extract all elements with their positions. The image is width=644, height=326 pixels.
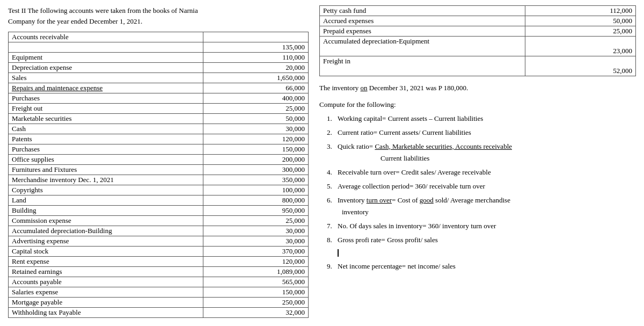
row-value: 200,000 bbox=[203, 155, 309, 165]
row-value: 25,000 bbox=[525, 26, 635, 37]
row-label: Furnitures and Fixtures bbox=[9, 165, 203, 175]
row-label: Merchandise inventory Dec. 1, 2021 bbox=[9, 175, 203, 185]
row-value: 950,000 bbox=[203, 206, 309, 216]
table-row: Prepaid expenses 25,000 bbox=[320, 26, 636, 37]
compute-item-9: 9. Net income percentage= net income/ sa… bbox=[319, 260, 636, 272]
compute-item-3: 3. Quick ratio= Cash, Marketable securit… bbox=[319, 141, 636, 164]
compute-num-9: 9. bbox=[327, 260, 338, 272]
compute-item-2: 2. Current ratio= Current assets/ Curren… bbox=[319, 127, 636, 139]
row-label: Freight in bbox=[320, 56, 525, 67]
compute-item-5: 5. Average collection period= 360/ recei… bbox=[319, 180, 636, 192]
row-value: 20,000 bbox=[203, 63, 309, 73]
table-row: Accumulated depreciation-Building 30,000 bbox=[9, 226, 309, 236]
inventory-note: The inventory on December 31, 2021 was P… bbox=[319, 83, 636, 93]
accounts-table: Accounts receivable 135,000 Equipment 11… bbox=[8, 32, 309, 318]
table-row: 52,000 bbox=[320, 66, 636, 76]
compute-text-9: Net income percentage= net income/ sales bbox=[338, 260, 636, 272]
table-row: 135,000 bbox=[9, 42, 309, 53]
left-panel: Test II The following accounts were take… bbox=[8, 5, 309, 321]
row-value: 150,000 bbox=[203, 287, 309, 298]
table-row: Accrued expenses 50,000 bbox=[320, 16, 636, 26]
table-row: Accounts payable 565,000 bbox=[9, 277, 309, 287]
row-label: Depreciation expense bbox=[9, 63, 203, 73]
table-row: Merchandise inventory Dec. 1, 2021 350,0… bbox=[9, 175, 309, 185]
compute-item-6: 6. Inventory turn over= Cost of good sol… bbox=[319, 194, 636, 218]
row-label: Petty cash fund bbox=[320, 6, 525, 16]
compute-item-4: 4. Receivable turn over= Credit sales/ A… bbox=[319, 166, 636, 178]
intro-line2: Company for the year ended December 1, 2… bbox=[8, 17, 142, 25]
compute-text-2: Current ratio= Current assets/ Current l… bbox=[338, 127, 636, 139]
table-row: Retained earnings 1,089,000 bbox=[9, 267, 309, 277]
inventory-on-text: on bbox=[361, 84, 368, 92]
row-label: Marketable securities bbox=[9, 114, 203, 124]
row-label: Sales bbox=[9, 73, 203, 83]
table-row: Mortgage payable 250,000 bbox=[9, 298, 309, 308]
compute-text-1: Working capital= Current assets – Curren… bbox=[338, 113, 636, 125]
row-label: Accumulated depreciation-Equipment bbox=[320, 37, 525, 47]
row-value: 32,000 bbox=[203, 308, 309, 318]
page: Test II The following accounts were take… bbox=[0, 0, 644, 326]
row-value: 23,000 bbox=[525, 46, 635, 56]
table-row: Petty cash fund 112,000 bbox=[320, 6, 636, 16]
row-label: Retained earnings bbox=[9, 267, 203, 277]
row-value: 52,000 bbox=[525, 66, 635, 76]
table-row: Patents 120,000 bbox=[9, 134, 309, 144]
table-row: Accumulated depreciation-Equipment bbox=[320, 37, 636, 47]
row-value: 120,000 bbox=[203, 257, 309, 267]
row-label: Commission expense bbox=[9, 216, 203, 226]
table-row: Salaries expense 150,000 bbox=[9, 287, 309, 298]
table-row: Repairs and maintenace expense 66,000 bbox=[9, 83, 309, 93]
row-value: 66,000 bbox=[203, 83, 309, 93]
row-value: 800,000 bbox=[203, 195, 309, 206]
row-label: Mortgage payable bbox=[9, 298, 203, 308]
row-value: 150,000 bbox=[203, 144, 309, 155]
table-row: Freight in bbox=[320, 56, 636, 67]
row-value: 25,000 bbox=[203, 216, 309, 226]
compute-item-8: 8. Gross profi rate= Gross profit/ sales bbox=[319, 234, 636, 258]
row-value: 400,000 bbox=[203, 93, 309, 104]
row-label bbox=[320, 66, 525, 76]
table-header-label: Accounts receivable bbox=[9, 32, 203, 42]
table-row: Purchases 150,000 bbox=[9, 144, 309, 155]
row-label: Purchases bbox=[9, 93, 203, 104]
row-label: Building bbox=[9, 206, 203, 216]
row-label: Repairs and maintenace expense bbox=[9, 83, 203, 93]
compute-item-7: 7. No. Of days sales in inventory= 360/ … bbox=[319, 220, 636, 232]
row-value: 565,000 bbox=[203, 277, 309, 287]
table-row: Rent expense 120,000 bbox=[9, 257, 309, 267]
table-row: Freight out 25,000 bbox=[9, 104, 309, 114]
table-row: Marketable securities 50,000 bbox=[9, 114, 309, 124]
compute-item-1: 1. Working capital= Current assets – Cur… bbox=[319, 113, 636, 125]
compute-title: Compute for the following: bbox=[319, 99, 636, 111]
table-header-value bbox=[203, 32, 309, 42]
row-label: Prepaid expenses bbox=[320, 26, 525, 37]
compute-text-7: No. Of days sales in inventory= 360/ inv… bbox=[338, 220, 636, 232]
compute-section: Compute for the following: 1. Working ca… bbox=[319, 99, 636, 272]
compute-text-3: Quick ratio= Cash, Marketable securities… bbox=[338, 141, 636, 164]
row-value: 120,000 bbox=[203, 134, 309, 144]
row-label: Equipment bbox=[9, 53, 203, 63]
compute-num-2: 2. bbox=[327, 127, 338, 139]
row-value: 112,000 bbox=[525, 6, 635, 16]
row-value: 350,000 bbox=[203, 175, 309, 185]
table-row: Office supplies 200,000 bbox=[9, 155, 309, 165]
row-label: Accumulated depreciation-Building bbox=[9, 226, 203, 236]
row-value: 300,000 bbox=[203, 165, 309, 175]
right-top-table: Petty cash fund 112,000 Accrued expenses… bbox=[319, 5, 636, 76]
row-label: Land bbox=[9, 195, 203, 206]
table-row: Building 950,000 bbox=[9, 206, 309, 216]
row-label: Accrued expenses bbox=[320, 16, 525, 26]
compute-num-1: 1. bbox=[327, 113, 338, 125]
compute-text-8: Gross profi rate= Gross profit/ sales bbox=[338, 234, 636, 258]
table-row: Purchases 400,000 bbox=[9, 93, 309, 104]
row-value: 25,000 bbox=[203, 104, 309, 114]
row-label: Advertising expense bbox=[9, 236, 203, 247]
row-value: 1,650,000 bbox=[203, 73, 309, 83]
row-label: Capital stock bbox=[9, 247, 203, 257]
compute-text-5: Average collection period= 360/ receivab… bbox=[338, 180, 636, 192]
compute-num-3: 3. bbox=[327, 141, 338, 164]
table-row: Cash 30,000 bbox=[9, 124, 309, 134]
table-row: Land 800,000 bbox=[9, 195, 309, 206]
table-row: Furnitures and Fixtures 300,000 bbox=[9, 165, 309, 175]
compute-num-6: 6. bbox=[327, 194, 338, 218]
